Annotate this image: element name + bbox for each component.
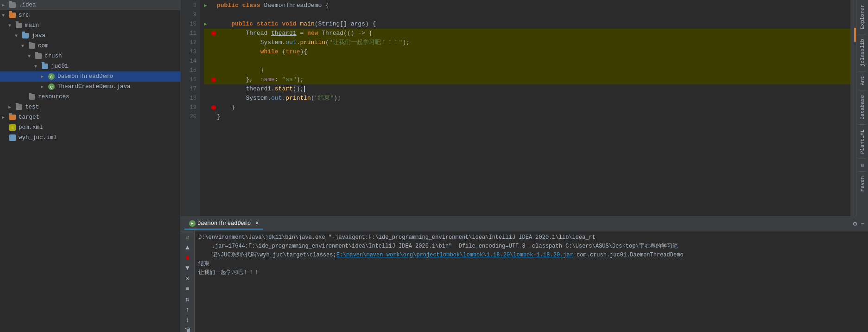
lombok-jar-link[interactable]: E:\maven\maven_work\org\projectlombok\lo… bbox=[336, 252, 573, 258]
arrow-src: ▼ bbox=[2, 13, 8, 18]
tab-divider-2 bbox=[859, 71, 866, 71]
cmd-text-before: 记\JUC系列\代码\wyh_juc\target\classes; bbox=[198, 252, 336, 258]
arrow-juc01: ▼ bbox=[34, 64, 41, 69]
sidebar-item-java[interactable]: ▼ java bbox=[0, 31, 180, 41]
up2-button[interactable]: ↑ bbox=[183, 306, 193, 313]
tab-m[interactable]: m bbox=[859, 161, 866, 170]
sidebar-item-com[interactable]: ▼ com bbox=[0, 41, 180, 51]
line-numbers: 8 9 10 11 12 13 14 15 16 17 18 19 20 bbox=[181, 0, 200, 216]
screenshot-button[interactable]: ⊙ bbox=[183, 275, 193, 282]
settings-icon[interactable]: ⚙ bbox=[853, 220, 857, 228]
arrow-resources: ▶ bbox=[21, 94, 28, 100]
java-icon-theard: C bbox=[47, 83, 56, 90]
output-line-1: D:\environment\Java\jdk11\bin\java.exe "… bbox=[198, 233, 864, 242]
tab-plantuml[interactable]: PlantUML bbox=[859, 127, 866, 157]
arrow-target: ▶ bbox=[2, 115, 8, 120]
tab-ant[interactable]: Ant bbox=[859, 73, 866, 88]
code-line-19: } bbox=[204, 103, 850, 112]
sidebar-item-daemonthread[interactable]: ▶ C DaemonThreadDemo bbox=[0, 71, 180, 82]
code-line-12: System.out.println("让我们一起学习吧！！！"); bbox=[204, 38, 850, 47]
format-button[interactable]: ≡ bbox=[183, 285, 193, 293]
rerun-button[interactable]: ↺ bbox=[183, 233, 193, 241]
tab-divider-6 bbox=[859, 171, 866, 172]
code-line-13: while (true){ bbox=[204, 47, 850, 57]
sidebar-item-iml[interactable]: ▶ wyh_juc.iml bbox=[0, 133, 180, 143]
label-crush: crush bbox=[44, 53, 62, 59]
sidebar-item-target[interactable]: ▶ target bbox=[0, 112, 180, 122]
tab-jclasslib[interactable]: jclasslib bbox=[859, 36, 866, 69]
svg-text:C: C bbox=[50, 75, 53, 80]
minimize-icon[interactable]: − bbox=[861, 220, 864, 227]
scroll-indicator bbox=[854, 28, 856, 42]
folder-icon-java bbox=[21, 32, 30, 39]
run-arrow-10: ▶ bbox=[204, 19, 209, 29]
folder-icon-crush bbox=[34, 52, 43, 60]
output-line-5: 让我们一起学习吧！！！ bbox=[198, 268, 864, 277]
arrow-test: ▶ bbox=[8, 104, 15, 110]
folder-icon-juc01 bbox=[41, 63, 49, 70]
label-juc01: juc01 bbox=[51, 63, 69, 70]
output-line-4: 结束 bbox=[198, 260, 864, 268]
label-idea: .idea bbox=[19, 2, 36, 8]
toggle-button[interactable]: ⇅ bbox=[183, 295, 193, 303]
sidebar-item-idea[interactable]: ▶ .idea bbox=[0, 0, 180, 10]
label-src: src bbox=[19, 12, 29, 19]
sidebar-item-theardcreate[interactable]: ▶ C TheardCreateDemo.java bbox=[0, 82, 180, 92]
folder-icon-idea bbox=[8, 1, 17, 9]
code-lines[interactable]: ▶ public class DaemonThreadDemo { ▶ bbox=[200, 0, 850, 216]
folder-icon-src bbox=[8, 12, 17, 19]
scroll-down-button[interactable]: ▼ bbox=[183, 264, 193, 272]
label-pom: pom.xml bbox=[19, 124, 43, 131]
run-panel: ▶ DaemonThreadDemo × ⚙ − ↺ ▲ ■ ▼ ⊙ ≡ ⇅ ↑… bbox=[181, 216, 868, 332]
sidebar-item-test[interactable]: ▶ test bbox=[0, 102, 180, 112]
arrow-com: ▼ bbox=[21, 44, 28, 49]
run-output: D:\environment\Java\jdk11\bin\java.exe "… bbox=[195, 231, 868, 332]
editor-scrollbar[interactable] bbox=[850, 0, 856, 216]
sidebar-item-crush[interactable]: ▼ crush bbox=[0, 51, 180, 61]
clear-button[interactable]: 🗑 bbox=[183, 326, 193, 332]
run-arrow-8: ▶ bbox=[204, 1, 209, 10]
file-tree: ▶ .idea ▼ src ▼ main ▼ java ▼ com bbox=[0, 0, 181, 332]
code-editor: 8 9 10 11 12 13 14 15 16 17 18 19 20 bbox=[181, 0, 856, 216]
folder-icon-target bbox=[8, 114, 17, 121]
output-line-3: 记\JUC系列\代码\wyh_juc\target\classes;E:\mav… bbox=[198, 251, 864, 260]
breakpoint-19 bbox=[211, 105, 216, 110]
label-target: target bbox=[19, 114, 39, 121]
tab-maven[interactable]: Maven bbox=[859, 173, 866, 194]
code-view[interactable]: 8 9 10 11 12 13 14 15 16 17 18 19 20 bbox=[181, 0, 856, 216]
svg-text:C: C bbox=[50, 85, 53, 90]
sidebar-item-pom[interactable]: ▶ m pom.xml bbox=[0, 122, 180, 133]
scroll-up-button[interactable]: ▲ bbox=[183, 244, 193, 251]
run-tab-daemon[interactable]: ▶ DaemonThreadDemo × bbox=[184, 218, 263, 230]
breakpoint-16 bbox=[211, 77, 216, 82]
code-line-14 bbox=[204, 57, 850, 66]
code-line-9 bbox=[204, 10, 850, 19]
sidebar-item-juc01[interactable]: ▼ juc01 bbox=[0, 61, 180, 71]
java-icon-daemon: C bbox=[47, 73, 56, 80]
label-test: test bbox=[25, 104, 39, 110]
sidebar-item-main[interactable]: ▼ main bbox=[0, 20, 180, 31]
xml-icon-pom: m bbox=[8, 124, 17, 131]
tab-explorer[interactable]: Explorer bbox=[859, 2, 866, 32]
code-line-11: Thread theard1 = new Thread(() -> { bbox=[204, 29, 850, 38]
svg-text:m: m bbox=[12, 127, 13, 130]
sidebar-item-src[interactable]: ▼ src bbox=[0, 10, 180, 20]
arrow-iml: ▶ bbox=[2, 135, 8, 140]
tab-database[interactable]: Database bbox=[859, 92, 866, 122]
breakpoint-11 bbox=[211, 31, 216, 36]
label-main: main bbox=[25, 22, 39, 29]
code-line-17: theard1.start(); bbox=[204, 84, 850, 94]
main-area: ▶ .idea ▼ src ▼ main ▼ java ▼ com bbox=[0, 0, 868, 332]
tab-divider-5 bbox=[859, 159, 866, 159]
stop-button[interactable]: ■ bbox=[183, 254, 193, 262]
tab-divider-1 bbox=[859, 34, 866, 34]
tab-divider-3 bbox=[859, 90, 866, 90]
arrow-java: ▼ bbox=[15, 33, 21, 38]
run-tab-close[interactable]: × bbox=[255, 220, 259, 227]
arrow-theardcreate: ▶ bbox=[41, 84, 47, 89]
label-java: java bbox=[32, 32, 45, 39]
down2-button[interactable]: ↓ bbox=[183, 316, 193, 324]
label-daemonthread: DaemonThreadDemo bbox=[57, 73, 113, 80]
run-tab-label: DaemonThreadDemo bbox=[197, 220, 251, 227]
sidebar-item-resources[interactable]: ▶ resources bbox=[0, 92, 180, 102]
